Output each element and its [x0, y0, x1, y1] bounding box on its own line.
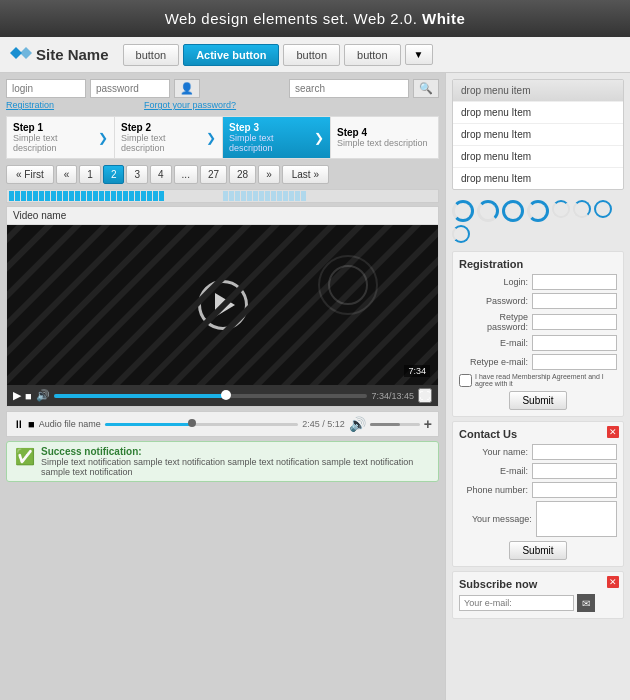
contact-phone-row: Phone number: — [459, 482, 617, 498]
dropdown-item-4[interactable]: drop menu Item — [453, 168, 623, 189]
video-title: Video name — [7, 207, 438, 225]
notification-text: Simple text notification sample text not… — [41, 457, 430, 477]
page-1[interactable]: 1 — [79, 165, 101, 184]
audio-pause-btn[interactable]: ⏸ — [13, 418, 24, 430]
progress-fill — [9, 191, 222, 201]
video-play-btn[interactable]: ▶ — [13, 389, 21, 402]
nav-button-active[interactable]: Active button — [183, 44, 279, 66]
spinners-grid — [446, 196, 630, 247]
fullscreen-button[interactable]: ⛶ — [418, 388, 432, 403]
dropdown-item-3[interactable]: drop menu Item — [453, 146, 623, 168]
main-area: 👤 🔍 Registration Forgot your password? S… — [0, 73, 630, 700]
page-3[interactable]: 3 — [126, 165, 148, 184]
audio-stop-btn[interactable]: ■ — [28, 418, 35, 430]
spinner-5 — [552, 200, 570, 218]
login-field-row: Login: — [459, 274, 617, 290]
success-notification: ✅ Success notification: Simple text noti… — [6, 441, 439, 482]
spinner-8 — [452, 225, 470, 243]
agreement-checkbox[interactable] — [459, 374, 472, 387]
contact-name-input[interactable] — [532, 444, 617, 460]
step-1-title: Step 1 — [13, 122, 94, 133]
step-1-arrow: ❯ — [98, 131, 108, 145]
user-icon-btn[interactable]: 👤 — [174, 79, 200, 98]
password-input[interactable] — [90, 79, 170, 98]
page-2-current[interactable]: 2 — [103, 165, 125, 184]
audio-filled — [105, 423, 192, 426]
page-28[interactable]: 28 — [229, 165, 256, 184]
contact-name-row: Your name: — [459, 444, 617, 460]
registration-submit[interactable]: Submit — [509, 391, 566, 410]
audio-progress[interactable] — [105, 423, 299, 426]
login-field-label: Login: — [459, 277, 532, 287]
auth-links: Registration Forgot your password? — [6, 100, 439, 110]
video-stop-btn[interactable]: ■ — [25, 390, 32, 402]
volume-track[interactable] — [370, 423, 420, 426]
subscribe-email-input[interactable] — [459, 595, 574, 611]
email-label: E-mail: — [459, 338, 532, 348]
subscribe-send-button[interactable]: ✉ — [577, 594, 595, 612]
video-player: Video name 7:34 ▶ — [6, 206, 439, 407]
contact-phone-input[interactable] — [532, 482, 617, 498]
search-button[interactable]: 🔍 — [413, 79, 439, 98]
page-last[interactable]: Last » — [282, 165, 329, 184]
password-field-row: Password: — [459, 293, 617, 309]
reg-login-input[interactable] — [532, 274, 617, 290]
audio-player: ⏸ ■ Audio file name 2:45 / 5:12 🔊 + — [6, 411, 439, 437]
contact-email-row: E-mail: — [459, 463, 617, 479]
contact-form: Contact Us ✕ Your name: E-mail: Phone nu… — [452, 421, 624, 567]
dropdown-menu: drop menu item drop menu Item drop menu … — [452, 79, 624, 190]
page-first[interactable]: « First — [6, 165, 54, 184]
audio-volume-btn[interactable]: 🔊 — [349, 416, 366, 432]
spinner-7 — [594, 200, 612, 218]
contact-message-label: Your message: — [459, 514, 536, 524]
check-circle-icon: ✅ — [15, 447, 35, 466]
nav-button-3[interactable]: button — [283, 44, 340, 66]
audio-time: 2:45 / 5:12 — [302, 419, 345, 429]
dropdown-item-2[interactable]: drop menu Item — [453, 124, 623, 146]
email-row: E-mail: — [459, 335, 617, 351]
reg-retype-input[interactable] — [532, 314, 617, 330]
logo-text: Site Name — [36, 46, 109, 63]
forgot-password-link[interactable]: Forgot your password? — [144, 100, 236, 110]
page-ellipsis: ... — [174, 165, 198, 184]
search-input[interactable] — [289, 79, 409, 98]
step-4-desc: Simple text description — [337, 138, 428, 148]
contact-message-input[interactable] — [536, 501, 617, 537]
retype-email-label: Retype e-mail: — [459, 357, 532, 367]
video-scrubber[interactable] — [221, 390, 231, 400]
agreement-text: I have read Membership Agreement and I a… — [475, 373, 617, 387]
register-link[interactable]: Registration — [6, 100, 54, 110]
logo: Site Name — [8, 43, 109, 66]
registration-form: Registration Login: Password: Retype pas… — [452, 251, 624, 417]
video-controls: ▶ ■ 🔊 7:34/13:45 ⛶ — [7, 385, 438, 406]
reg-password-input[interactable] — [532, 293, 617, 309]
spinner-3 — [502, 200, 524, 222]
audio-title: Audio file name — [39, 419, 101, 429]
login-input[interactable] — [6, 79, 86, 98]
nav-button-4[interactable]: button — [344, 44, 401, 66]
video-progress-track[interactable] — [54, 394, 368, 398]
reg-retype-email-input[interactable] — [532, 354, 617, 370]
steps-row: Step 1 Simple text description ❯ Step 2 … — [6, 116, 439, 159]
audio-scrubber[interactable] — [188, 419, 196, 427]
contact-email-input[interactable] — [532, 463, 617, 479]
page-prev[interactable]: « — [56, 165, 78, 184]
video-volume-btn[interactable]: 🔊 — [36, 389, 50, 402]
audio-add-btn[interactable]: + — [424, 416, 432, 432]
step-1: Step 1 Simple text description ❯ — [7, 117, 115, 158]
step-2-desc: Simple text description — [121, 133, 202, 153]
video-screen[interactable]: 7:34 — [7, 225, 438, 385]
notification-content: Success notification: Simple text notifi… — [41, 446, 430, 477]
step-3-arrow: ❯ — [314, 131, 324, 145]
reg-email-input[interactable] — [532, 335, 617, 351]
contact-submit[interactable]: Submit — [509, 541, 566, 560]
subscribe-close-button[interactable]: ✕ — [607, 576, 619, 588]
page-next[interactable]: » — [258, 165, 280, 184]
nav-button-1[interactable]: button — [123, 44, 180, 66]
contact-title: Contact Us — [459, 428, 617, 440]
page-4[interactable]: 4 — [150, 165, 172, 184]
dropdown-item-1[interactable]: drop menu Item — [453, 102, 623, 124]
contact-close-button[interactable]: ✕ — [607, 426, 619, 438]
nav-dropdown-arrow[interactable]: ▼ — [405, 44, 433, 65]
page-27[interactable]: 27 — [200, 165, 227, 184]
